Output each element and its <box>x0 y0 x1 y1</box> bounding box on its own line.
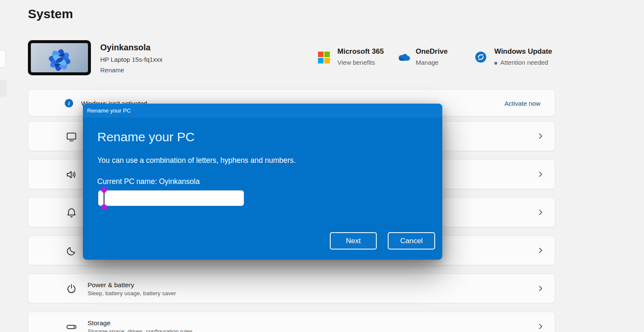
quick-link-subtitle: View benefits <box>337 59 384 66</box>
cancel-button[interactable]: Cancel <box>388 232 435 250</box>
info-icon: i <box>65 99 73 107</box>
settings-row-power-battery[interactable]: Power & battery Sleep, battery usage, ba… <box>28 274 555 303</box>
page-title: System <box>28 7 73 21</box>
next-button[interactable]: Next <box>330 232 377 250</box>
dialog-heading: Rename your PC <box>97 130 195 144</box>
quick-link-title: Microsoft 365 <box>337 47 384 56</box>
moon-icon <box>66 245 77 257</box>
wallpaper-bloom-image <box>31 43 88 72</box>
row-subtitle: Sleep, battery usage, battery saver <box>88 290 176 296</box>
chevron-right-icon <box>536 132 545 140</box>
attention-dot <box>494 62 497 65</box>
quick-link-title: OneDrive <box>416 47 448 56</box>
settings-row-storage[interactable]: Storage Storage space, drives, configura… <box>28 312 555 332</box>
row-title: Storage <box>88 319 110 327</box>
current-pc-name-label: Current PC name: Oyinkansola <box>97 177 200 186</box>
chevron-right-icon <box>536 246 545 255</box>
quick-link-subtitle: Manage <box>416 59 448 66</box>
clipped-side-panel-item <box>0 80 7 97</box>
quick-link-onedrive[interactable]: OneDrive Manage <box>396 47 448 69</box>
device-model: HP Laptop 15s-fq1xxx <box>100 56 162 63</box>
clipped-side-panel-item <box>0 50 6 68</box>
chevron-right-icon <box>536 208 545 217</box>
power-icon <box>66 283 77 295</box>
onedrive-icon <box>396 52 411 62</box>
bell-icon <box>66 207 77 219</box>
chevron-right-icon <box>536 284 545 293</box>
device-thumbnail <box>28 40 91 75</box>
monitor-icon <box>66 131 77 143</box>
rename-link[interactable]: Rename <box>100 66 162 74</box>
quick-link-microsoft-365[interactable]: Microsoft 365 View benefits <box>318 47 384 69</box>
quick-link-subtitle: Attention needed <box>494 59 552 66</box>
chevron-right-icon <box>536 170 545 178</box>
quick-link-windows-update[interactable]: Windows Update Attention needed <box>475 47 552 69</box>
row-title: Power & battery <box>88 281 134 289</box>
device-name: Oyinkansola <box>100 43 162 52</box>
text-caret <box>104 192 104 205</box>
quick-link-title: Windows Update <box>494 47 552 56</box>
chevron-right-icon <box>536 322 545 331</box>
speaker-icon <box>66 169 77 181</box>
drive-icon <box>66 321 77 332</box>
pc-name-input[interactable] <box>98 190 244 206</box>
windows-update-icon <box>475 51 487 63</box>
microsoft-365-icon <box>318 52 330 63</box>
row-subtitle: Storage space, drives, configuration rul… <box>88 328 192 332</box>
dialog-description: You can use a combination of letters, hy… <box>97 156 296 165</box>
rename-pc-dialog: Rename your PC Rename your PC You can us… <box>83 104 442 260</box>
activate-now-link[interactable]: Activate now <box>504 100 540 107</box>
dialog-titlebar: Rename your PC <box>83 104 442 118</box>
